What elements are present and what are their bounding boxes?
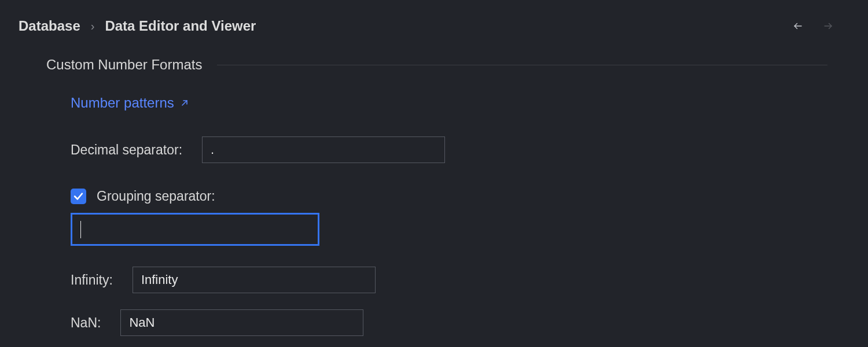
- infinity-label: Infinity:: [71, 272, 113, 288]
- breadcrumb-root[interactable]: Database: [19, 18, 80, 34]
- svg-line-2: [182, 101, 187, 105]
- nan-input[interactable]: [120, 309, 363, 336]
- text-caret: [80, 221, 81, 238]
- infinity-input[interactable]: [133, 267, 376, 293]
- header: Database › Data Editor and Viewer: [0, 0, 868, 45]
- breadcrumb-separator-icon: ›: [91, 20, 95, 33]
- section-rule: [217, 65, 827, 65]
- decimal-separator-row: Decimal separator:: [71, 136, 827, 163]
- section-content: Number patterns Decimal separator: Group…: [46, 95, 827, 336]
- grouping-separator-label: Grouping separator:: [97, 189, 215, 204]
- infinity-row: Infinity:: [71, 267, 827, 293]
- grouping-separator-row: Grouping separator:: [71, 189, 827, 246]
- grouping-separator-input[interactable]: [71, 213, 319, 246]
- arrow-right-icon: [823, 19, 833, 34]
- nan-label: NaN:: [71, 315, 101, 331]
- nan-row: NaN:: [71, 309, 827, 336]
- header-nav: [789, 17, 837, 35]
- section-title: Custom Number Formats: [46, 57, 202, 73]
- number-patterns-row: Number patterns: [71, 95, 827, 111]
- check-icon: [73, 191, 84, 202]
- breadcrumb: Database › Data Editor and Viewer: [19, 18, 256, 34]
- custom-number-formats-section: Custom Number Formats Number patterns De…: [0, 57, 868, 336]
- number-patterns-link-label: Number patterns: [71, 95, 174, 111]
- arrow-left-icon: [793, 19, 803, 34]
- grouping-separator-checkbox-wrap: Grouping separator:: [71, 189, 215, 204]
- external-link-icon: [180, 98, 189, 108]
- section-heading: Custom Number Formats: [46, 57, 827, 73]
- breadcrumb-current: Data Editor and Viewer: [105, 18, 256, 34]
- forward-button[interactable]: [819, 17, 837, 35]
- number-patterns-link[interactable]: Number patterns: [71, 95, 189, 111]
- decimal-separator-label: Decimal separator:: [71, 142, 182, 158]
- back-button[interactable]: [789, 17, 807, 35]
- decimal-separator-input[interactable]: [202, 136, 445, 163]
- grouping-separator-checkbox[interactable]: [71, 189, 86, 204]
